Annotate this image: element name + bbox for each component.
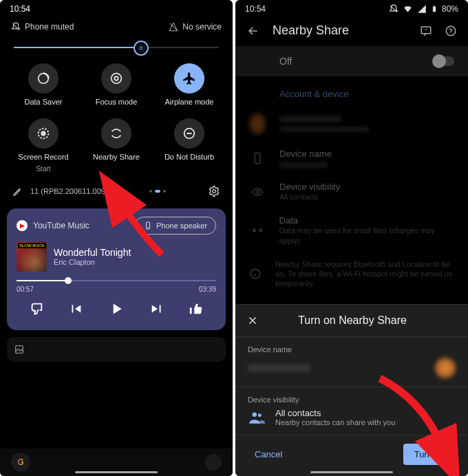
back-icon[interactable]: [246, 24, 260, 38]
sheet-device-name[interactable]: Device name: [235, 337, 468, 387]
nav-pill[interactable]: [310, 471, 393, 473]
next-icon[interactable]: [149, 301, 164, 319]
svg-rect-12: [434, 6, 435, 6]
signal-icon: [417, 4, 427, 14]
setting-visibility[interactable]: Device visibilityAll contacts: [235, 175, 468, 208]
qs-status-row: Phone muted No service: [0, 15, 233, 37]
output-switcher[interactable]: Phone speaker: [135, 217, 216, 235]
nav-pill[interactable]: [75, 471, 158, 473]
turn-on-button[interactable]: Turn on: [403, 444, 456, 465]
svg-point-16: [256, 190, 259, 193]
contacts-icon: [248, 409, 266, 426]
svg-point-18: [253, 412, 257, 417]
edit-icon[interactable]: [12, 186, 23, 197]
gear-icon[interactable]: [208, 185, 220, 197]
brightness-slider[interactable]: [0, 37, 233, 56]
toggle-switch[interactable]: [434, 56, 454, 66]
thumbs-down-icon[interactable]: [29, 301, 44, 319]
turn-on-sheet: Turn on Nearby Share Device name Device …: [235, 304, 468, 476]
eye-icon: [249, 186, 266, 198]
tile-airplane-mode[interactable]: Airplane mode: [153, 63, 226, 106]
setting-info: Nearby Share requires Bluetooth and Loca…: [235, 252, 468, 296]
status-bar: 10:54: [0, 0, 233, 15]
svg-point-19: [258, 413, 262, 417]
settings-header: Nearby Share: [235, 15, 468, 46]
battery-label: 80%: [442, 4, 458, 14]
track-artist: Eric Clapton: [54, 258, 131, 266]
build-label: 11 (RPB2.200611.009): [30, 187, 108, 195]
play-icon[interactable]: [107, 300, 125, 321]
screenshot-icon: [14, 344, 25, 355]
svg-point-0: [140, 47, 142, 50]
status-bar: 10:54 80%: [235, 0, 468, 15]
google-icon[interactable]: G: [11, 453, 30, 472]
page-dots: [149, 190, 166, 193]
svg-point-14: [446, 26, 456, 36]
setting-data[interactable]: DataData may be used for small files (ch…: [235, 208, 468, 252]
clock: 10:54: [10, 4, 30, 14]
tile-focus-mode[interactable]: Focus mode: [80, 63, 153, 106]
svg-point-2: [114, 76, 118, 80]
media-card: ▶ YouTube Music Phone speaker SLOW ROCK …: [7, 208, 226, 330]
svg-point-5: [41, 131, 45, 136]
master-toggle-row[interactable]: Off: [235, 46, 468, 76]
assistant-icon[interactable]: [205, 454, 222, 470]
no-service-label: No service: [182, 22, 222, 32]
clock: 10:54: [245, 4, 266, 14]
setting-account[interactable]: [235, 106, 468, 142]
svg-point-7: [213, 190, 216, 193]
media-controls: [17, 300, 216, 321]
wifi-icon: [403, 4, 413, 14]
data-arrows-icon: [249, 224, 266, 237]
bell-off-icon: [11, 22, 21, 32]
phone-muted-label: Phone muted: [25, 22, 74, 32]
svg-rect-10: [16, 346, 23, 354]
tile-data-saver[interactable]: Data Saver: [7, 63, 80, 106]
media-progress[interactable]: 00:5703:39: [17, 280, 216, 293]
collapsed-notification[interactable]: [7, 337, 226, 362]
previous-icon[interactable]: [68, 301, 83, 319]
cancel-button[interactable]: Cancel: [248, 444, 289, 465]
sheet-visibility[interactable]: Device visibility All contacts Nearby co…: [235, 387, 468, 435]
bell-off-icon: [389, 4, 398, 14]
tile-dnd[interactable]: Do Not Disturb: [153, 118, 226, 173]
sheet-title: Turn on Nearby Share: [268, 314, 436, 327]
settings-list: Account & device Device name Device visi…: [235, 76, 468, 296]
qs-tiles: Data Saver Focus mode Airplane mode Scre…: [0, 56, 233, 177]
info-icon: [249, 268, 262, 280]
feedback-icon[interactable]: [420, 25, 432, 37]
nearby-share-screen: 10:54 80% Nearby Share Off Account & dev…: [235, 0, 468, 476]
battery-icon: [431, 4, 438, 14]
signal-off-icon: [169, 22, 178, 32]
thumbs-up-icon[interactable]: [189, 301, 204, 319]
toggle-state-label: Off: [279, 56, 292, 67]
help-icon[interactable]: [445, 25, 457, 37]
quick-settings-screen: 10:54 Phone muted No service Data Saver …: [0, 0, 233, 476]
avatar: [249, 113, 266, 135]
page-title: Nearby Share: [273, 23, 407, 38]
media-app: ▶ YouTube Music: [17, 220, 89, 231]
svg-point-3: [111, 74, 122, 84]
youtube-music-icon: ▶: [17, 220, 28, 231]
svg-rect-15: [255, 153, 260, 164]
section-account-device: Account & device: [235, 76, 468, 106]
track-title: Wonderful Tonight: [54, 247, 131, 258]
tile-nearby-share[interactable]: Nearby Share: [80, 118, 153, 173]
phone-icon: [249, 152, 266, 164]
setting-device-name[interactable]: Device name: [235, 142, 468, 175]
album-art: SLOW ROCK: [17, 241, 47, 272]
close-icon[interactable]: [246, 314, 259, 327]
avatar: [435, 358, 456, 378]
svg-rect-11: [433, 6, 436, 12]
tile-screen-record[interactable]: Screen Record Start: [7, 118, 80, 173]
qs-footer: 11 (RPB2.200611.009): [0, 177, 233, 206]
svg-point-9: [148, 228, 149, 228]
